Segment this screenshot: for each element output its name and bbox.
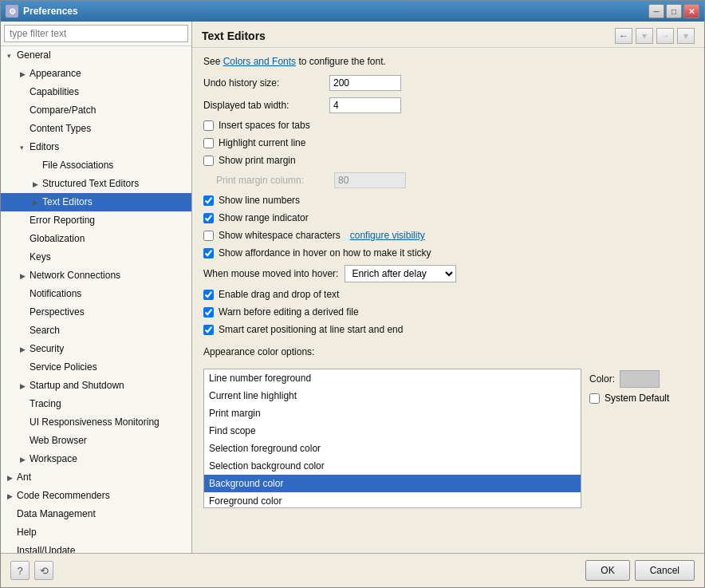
- tree-item-error-reporting[interactable]: Error Reporting: [1, 211, 191, 230]
- tree-item-workspace[interactable]: ▶ Workspace: [1, 450, 191, 468]
- show-range-indicator-label: Show range indicator: [219, 212, 309, 223]
- tree-arrow-web-browser: [20, 434, 30, 448]
- show-print-margin-row: Show print margin: [203, 155, 693, 166]
- tree-arrow-ui-responsiveness: [20, 416, 30, 430]
- minimize-button[interactable]: ─: [648, 4, 664, 18]
- color-list-item[interactable]: Print margin: [204, 404, 581, 422]
- tree-arrow-security: ▶: [20, 342, 30, 357]
- insert-spaces-row: Insert spaces for tabs: [203, 120, 693, 131]
- appearance-section-label: Appearance color options:: [203, 346, 693, 357]
- undo-label: Undo history size:: [203, 77, 323, 89]
- system-default-checkbox[interactable]: [589, 393, 600, 404]
- tree-item-general[interactable]: ▾ General: [1, 46, 191, 65]
- window-icon: ⚙: [6, 5, 18, 18]
- tree-item-notifications[interactable]: Notifications: [1, 285, 191, 303]
- tree-item-structured-text-editors[interactable]: ▶ Structured Text Editors: [1, 175, 191, 193]
- tree-item-content-types[interactable]: Content Types: [1, 120, 191, 138]
- nav-dropdown-button[interactable]: ▾: [636, 28, 653, 44]
- tree-item-install-update[interactable]: Install/Update: [1, 542, 191, 553]
- show-whitespace-checkbox[interactable]: [203, 231, 214, 241]
- show-print-margin-checkbox[interactable]: [203, 156, 214, 166]
- tree-item-help[interactable]: Help: [1, 523, 191, 542]
- insert-spaces-checkbox[interactable]: [203, 120, 214, 131]
- tree-label-keys: Keys: [30, 251, 51, 262]
- highlight-line-checkbox[interactable]: [203, 138, 214, 148]
- tree-item-capabilities[interactable]: Capabilities: [1, 83, 191, 101]
- maximize-button[interactable]: □: [666, 4, 682, 18]
- configure-visibility-link[interactable]: configure visibility: [350, 230, 425, 241]
- tree-item-text-editors[interactable]: ▶ Text Editors: [1, 193, 191, 211]
- bottom-left-icons: ? ⟲: [10, 561, 53, 580]
- smart-caret-checkbox[interactable]: [203, 325, 214, 335]
- show-affordance-checkbox[interactable]: [203, 248, 214, 258]
- enable-drag-drop-row: Enable drag and drop of text: [203, 289, 693, 300]
- tree-label-text-editors: Text Editors: [42, 196, 93, 207]
- tree-item-perspectives[interactable]: Perspectives: [1, 303, 191, 322]
- restore-defaults-button[interactable]: ⟲: [34, 561, 53, 580]
- tree-label-capabilities: Capabilities: [30, 86, 79, 97]
- color-list-item[interactable]: Selection background color: [204, 457, 581, 475]
- right-panel: Text Editors ← ▾ → ▾ See Colors and Font…: [192, 22, 704, 553]
- back-button[interactable]: ←: [615, 28, 632, 44]
- tree-arrow-help: [7, 526, 17, 540]
- tree-item-service-policies[interactable]: Service Policies: [1, 358, 191, 377]
- color-list-item[interactable]: Current line highlight: [204, 387, 581, 404]
- color-list-item[interactable]: Foreground color: [204, 492, 581, 508]
- show-line-numbers-label: Show line numbers: [219, 195, 300, 206]
- tree-item-security[interactable]: ▶ Security: [1, 340, 191, 358]
- left-panel: ▾ General▶ Appearance Capabilities Compa…: [1, 22, 192, 553]
- tree-arrow-text-editors: ▶: [33, 195, 42, 210]
- tree-label-help: Help: [17, 527, 37, 538]
- filter-input[interactable]: [4, 25, 188, 42]
- hover-select[interactable]: Enrich after delay Enrich immediately No…: [345, 265, 456, 282]
- help-button[interactable]: ?: [10, 561, 30, 580]
- tree-label-code-recommenders: Code Recommenders: [17, 490, 110, 501]
- tree-arrow-install-update: [7, 544, 17, 553]
- tree-item-keys[interactable]: Keys: [1, 248, 191, 266]
- enable-drag-drop-checkbox[interactable]: [203, 290, 214, 300]
- color-swatch[interactable]: [620, 370, 660, 388]
- warn-editing-checkbox[interactable]: [203, 307, 214, 318]
- tree-item-search[interactable]: Search: [1, 322, 191, 340]
- tree-item-editors[interactable]: ▾ Editors: [1, 138, 191, 156]
- tree-item-data-management[interactable]: Data Management: [1, 505, 191, 523]
- tab-input[interactable]: [329, 97, 401, 113]
- colors-fonts-link[interactable]: Colors and Fonts: [223, 56, 296, 67]
- nav-icons: ← ▾ → ▾: [615, 28, 695, 44]
- tree-label-globalization: Globalization: [30, 233, 85, 244]
- tree-item-network-connections[interactable]: ▶ Network Connections: [1, 266, 191, 285]
- undo-input[interactable]: [329, 75, 401, 91]
- tree-label-startup-shutdown: Startup and Shutdown: [30, 380, 124, 391]
- tree-item-globalization[interactable]: Globalization: [1, 230, 191, 248]
- show-range-indicator-row: Show range indicator: [203, 212, 693, 223]
- tree-item-code-recommenders[interactable]: ▶ Code Recommenders: [1, 487, 191, 505]
- show-whitespace-label: Show whitespace characters: [219, 230, 341, 241]
- ok-button[interactable]: OK: [585, 560, 629, 581]
- cancel-button[interactable]: Cancel: [635, 560, 695, 581]
- info-suffix: to configure the font.: [296, 56, 386, 67]
- color-list-item[interactable]: Find scope: [204, 422, 581, 440]
- title-bar: ⚙ Preferences ─ □ ✕: [1, 1, 704, 22]
- tree-arrow-compare-patch: [20, 104, 30, 118]
- tree-item-tracing[interactable]: Tracing: [1, 395, 191, 413]
- window-controls: ─ □ ✕: [648, 4, 699, 18]
- show-line-numbers-checkbox[interactable]: [203, 195, 214, 206]
- tree-item-ui-responsiveness[interactable]: UI Responsiveness Monitoring: [1, 413, 191, 432]
- tree-label-general: General: [17, 49, 51, 61]
- tree-item-web-browser[interactable]: Web Browser: [1, 432, 191, 450]
- tree-item-file-associations[interactable]: File Associations: [1, 156, 191, 175]
- tree-item-compare-patch[interactable]: Compare/Patch: [1, 101, 191, 120]
- forward-button[interactable]: →: [656, 28, 674, 44]
- close-button[interactable]: ✕: [683, 4, 699, 18]
- show-range-indicator-checkbox[interactable]: [203, 213, 214, 223]
- tree-item-startup-shutdown[interactable]: ▶ Startup and Shutdown: [1, 377, 191, 395]
- tree-item-ant[interactable]: ▶ Ant: [1, 468, 191, 487]
- hover-row: When mouse moved into hover: Enrich afte…: [203, 265, 693, 282]
- color-list-item[interactable]: Selection foreground color: [204, 440, 581, 457]
- tree-item-appearance[interactable]: ▶ Appearance: [1, 65, 191, 83]
- tree-arrow-error-reporting: [20, 214, 30, 228]
- color-list-item[interactable]: Line number foreground: [204, 369, 581, 387]
- tree-label-data-management: Data Management: [17, 508, 96, 519]
- color-list-item[interactable]: Background color: [204, 475, 581, 492]
- nav-dropdown2-button[interactable]: ▾: [677, 28, 695, 44]
